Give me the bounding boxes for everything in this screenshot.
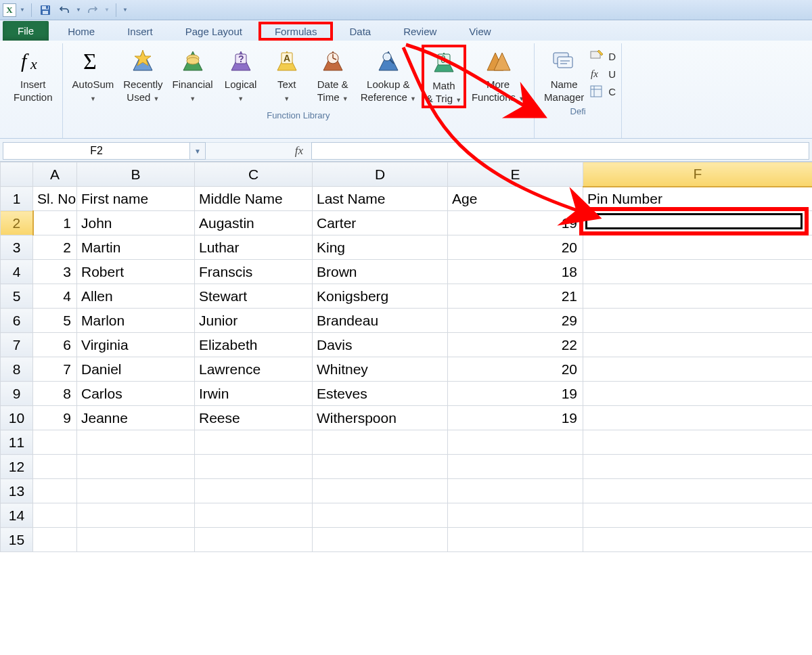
tab-file[interactable]: File bbox=[3, 21, 49, 41]
cell[interactable]: Virginia bbox=[77, 333, 195, 357]
cell[interactable]: 29 bbox=[448, 309, 583, 333]
cell[interactable]: Robert bbox=[77, 260, 195, 284]
cell[interactable]: Augastin bbox=[195, 211, 313, 235]
name-box-dropdown[interactable]: ▼ bbox=[189, 142, 206, 160]
row-header[interactable]: 2 bbox=[1, 211, 33, 235]
cell[interactable]: Stewart bbox=[195, 284, 313, 309]
cell[interactable]: Luthar bbox=[195, 235, 313, 260]
row-header[interactable]: 5 bbox=[1, 284, 33, 309]
cell[interactable]: 9 bbox=[33, 406, 77, 430]
tab-data[interactable]: Data bbox=[333, 22, 387, 41]
cell[interactable] bbox=[583, 455, 813, 479]
cell[interactable] bbox=[583, 479, 813, 503]
cell[interactable]: Carter bbox=[313, 211, 448, 235]
cell[interactable]: Allen bbox=[77, 284, 195, 309]
tab-insert[interactable]: Insert bbox=[111, 22, 169, 41]
autosum-button[interactable]: Σ AutoSum▼ bbox=[68, 45, 118, 108]
row-header[interactable]: 15 bbox=[1, 528, 33, 552]
cell[interactable] bbox=[583, 235, 813, 260]
cell[interactable]: Reese bbox=[195, 406, 313, 430]
cell[interactable]: Irwin bbox=[195, 382, 313, 406]
cell[interactable]: Brown bbox=[313, 260, 448, 284]
cell[interactable]: Whitney bbox=[313, 357, 448, 382]
row-header[interactable]: 12 bbox=[1, 455, 33, 479]
tab-review[interactable]: Review bbox=[387, 22, 453, 41]
cell[interactable] bbox=[77, 455, 195, 479]
cell[interactable] bbox=[195, 503, 313, 528]
financial-button[interactable]: Financial▼ bbox=[168, 45, 217, 108]
cell[interactable] bbox=[313, 455, 448, 479]
cell[interactable]: Witherspoon bbox=[313, 406, 448, 430]
cell[interactable]: Age bbox=[448, 187, 583, 211]
app-menu-dropdown[interactable]: ▼ bbox=[19, 7, 26, 13]
tab-page-layout[interactable]: Page Layout bbox=[169, 22, 258, 41]
row-header[interactable]: 13 bbox=[1, 479, 33, 503]
cell[interactable]: 22 bbox=[448, 333, 583, 357]
cell[interactable]: Esteves bbox=[313, 382, 448, 406]
cell[interactable] bbox=[313, 479, 448, 503]
row-header[interactable]: 6 bbox=[1, 309, 33, 333]
recently-used-button[interactable]: Recently Used ▼ bbox=[119, 45, 166, 108]
cell[interactable] bbox=[448, 479, 583, 503]
text-button[interactable]: A Text▼ bbox=[265, 45, 309, 108]
math-trig-button[interactable]: θ Math & Trig ▼ bbox=[422, 45, 466, 108]
row-header[interactable]: 3 bbox=[1, 235, 33, 260]
cell[interactable] bbox=[195, 430, 313, 455]
cell[interactable]: 7 bbox=[33, 357, 77, 382]
cell[interactable] bbox=[313, 503, 448, 528]
row-header[interactable]: 10 bbox=[1, 406, 33, 430]
cell[interactable]: Martin bbox=[77, 235, 195, 260]
cell[interactable] bbox=[583, 260, 813, 284]
cell[interactable] bbox=[448, 430, 583, 455]
cell[interactable] bbox=[33, 479, 77, 503]
cell[interactable]: John bbox=[77, 211, 195, 235]
cell[interactable]: 3 bbox=[33, 260, 77, 284]
cell[interactable] bbox=[583, 357, 813, 382]
save-icon[interactable] bbox=[37, 3, 53, 18]
qat-customize-dropdown[interactable]: ▼ bbox=[122, 7, 129, 13]
column-header-F[interactable]: F bbox=[583, 162, 813, 187]
cell[interactable] bbox=[583, 382, 813, 406]
name-box[interactable]: F2 bbox=[3, 142, 189, 160]
cell[interactable] bbox=[77, 479, 195, 503]
column-header-E[interactable]: E bbox=[448, 162, 583, 187]
cell[interactable] bbox=[195, 479, 313, 503]
cell[interactable]: Pin Number bbox=[583, 187, 813, 211]
cell[interactable]: Marlon bbox=[77, 309, 195, 333]
cell[interactable]: King bbox=[313, 235, 448, 260]
tab-home[interactable]: Home bbox=[51, 22, 111, 41]
cell[interactable] bbox=[77, 430, 195, 455]
cell[interactable]: 18 bbox=[448, 260, 583, 284]
cell[interactable]: Sl. No. bbox=[33, 187, 77, 211]
cell[interactable]: 20 bbox=[448, 235, 583, 260]
cell[interactable]: Davis bbox=[313, 333, 448, 357]
cell[interactable] bbox=[583, 309, 813, 333]
row-header[interactable]: 4 bbox=[1, 260, 33, 284]
fx-icon[interactable]: fx bbox=[287, 142, 311, 160]
cell[interactable] bbox=[448, 528, 583, 552]
cell[interactable] bbox=[313, 430, 448, 455]
redo-icon[interactable] bbox=[85, 3, 101, 18]
insert-function-button[interactable]: fx Insert Function bbox=[9, 45, 57, 104]
formula-input[interactable] bbox=[311, 142, 809, 160]
create-from-selection-button[interactable]: C bbox=[589, 83, 616, 100]
cell[interactable] bbox=[583, 528, 813, 552]
cell[interactable]: 5 bbox=[33, 309, 77, 333]
cell[interactable] bbox=[77, 528, 195, 552]
lookup-reference-button[interactable]: Lookup & Reference ▼ bbox=[357, 45, 420, 108]
cell[interactable] bbox=[583, 284, 813, 309]
cell[interactable] bbox=[33, 528, 77, 552]
cell[interactable] bbox=[448, 503, 583, 528]
row-header[interactable]: 9 bbox=[1, 382, 33, 406]
cell[interactable]: 1 bbox=[33, 211, 77, 235]
cell[interactable] bbox=[583, 333, 813, 357]
column-header-C[interactable]: C bbox=[195, 162, 313, 187]
cell[interactable] bbox=[33, 455, 77, 479]
cell[interactable] bbox=[77, 503, 195, 528]
cell[interactable]: 6 bbox=[33, 333, 77, 357]
name-manager-button[interactable]: Name Manager bbox=[540, 45, 588, 104]
cell[interactable] bbox=[583, 406, 813, 430]
use-in-formula-button[interactable]: fxU bbox=[589, 65, 616, 83]
undo-icon[interactable] bbox=[56, 3, 72, 18]
cell[interactable]: Lawrence bbox=[195, 357, 313, 382]
